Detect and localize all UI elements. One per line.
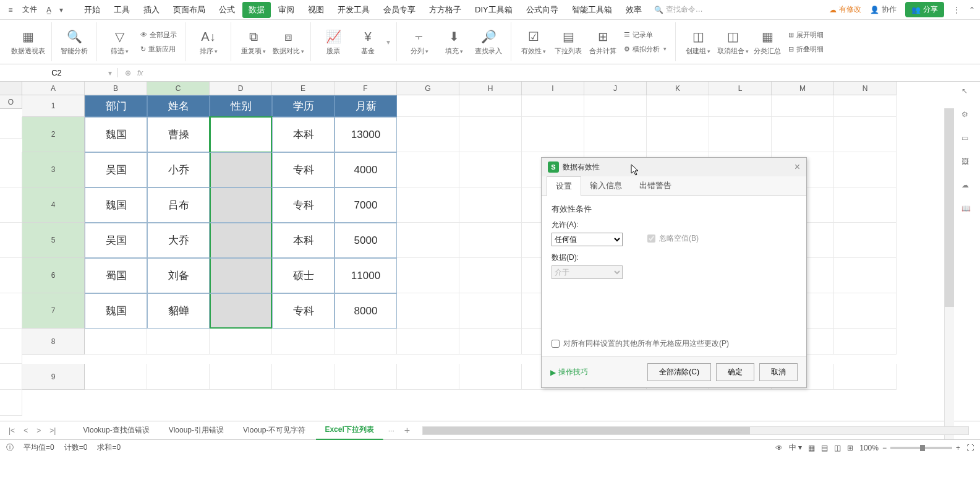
cell[interactable]: [834, 293, 897, 329]
spreadsheet[interactable]: ABCDEFGHIJKLMNO1部门姓名性别学历月薪2魏国曹操本科130003吴…: [0, 82, 980, 421]
consolidate-button[interactable]: ⊞ 合并计算: [587, 28, 619, 56]
cell[interactable]: [397, 329, 459, 355]
cell[interactable]: [85, 364, 147, 390]
dialog-tab-input-msg[interactable]: 输入信息: [581, 176, 631, 196]
cell[interactable]: 学历: [272, 95, 334, 117]
font-indicator-icon[interactable]: A̲: [43, 4, 54, 15]
more-finance-icon[interactable]: ▾: [386, 38, 390, 46]
cell[interactable]: [709, 95, 772, 117]
sheet-prev-icon[interactable]: <: [20, 424, 32, 437]
cell[interactable]: [397, 293, 459, 329]
dropdown-list-button[interactable]: ▤ 下拉列表: [552, 28, 584, 56]
collapse-detail-button[interactable]: ⊟ 折叠明细: [786, 43, 826, 55]
cell[interactable]: [334, 364, 397, 390]
clear-all-button[interactable]: 全部清除(C): [647, 363, 711, 381]
cell[interactable]: [210, 152, 272, 187]
cell[interactable]: [459, 258, 522, 293]
row-header[interactable]: 4: [22, 187, 85, 223]
cell[interactable]: 曹操: [147, 117, 210, 152]
cell[interactable]: 魏国: [85, 293, 147, 329]
pivot-table-button[interactable]: ▦ 数据透视表: [11, 28, 45, 56]
dedupe-button[interactable]: ⧉ 重复项▾: [237, 28, 270, 56]
cell[interactable]: 性别: [210, 95, 272, 117]
tips-link[interactable]: ▶ 操作技巧: [550, 367, 588, 377]
cell[interactable]: [397, 364, 459, 390]
zoom-in-icon[interactable]: +: [956, 444, 960, 452]
column-header[interactable]: N: [834, 82, 897, 95]
add-sheet-button[interactable]: +: [399, 423, 415, 439]
simulation-button[interactable]: ⚙ 模拟分析▾: [621, 43, 669, 55]
sheet-tab-vlooup-invis[interactable]: Vlooup-不可见字符: [234, 421, 315, 439]
apply-all-checkbox[interactable]: [552, 340, 560, 348]
cell[interactable]: [584, 117, 647, 152]
cell[interactable]: [459, 152, 522, 187]
cell[interactable]: [147, 364, 210, 390]
tab-start[interactable]: 开始: [78, 1, 106, 19]
dialog-titlebar[interactable]: S 数据有效性 ×: [542, 158, 806, 176]
cell[interactable]: 吴国: [85, 152, 147, 187]
cell[interactable]: [0, 117, 22, 139]
cell[interactable]: 貂蝉: [147, 293, 210, 329]
zoom-control[interactable]: 100% − +: [859, 444, 960, 452]
cell[interactable]: [397, 95, 459, 117]
cell[interactable]: 本科: [272, 117, 334, 152]
fund-button[interactable]: ¥ 基金: [352, 28, 384, 56]
cell[interactable]: 硕士: [272, 258, 334, 293]
cell[interactable]: [647, 95, 709, 117]
name-box-dropdown-icon[interactable]: ▾: [108, 69, 112, 77]
cell[interactable]: [0, 258, 22, 293]
cell[interactable]: [272, 364, 334, 390]
cell[interactable]: 大乔: [147, 223, 210, 258]
cell[interactable]: [397, 223, 459, 258]
cell-reference-input[interactable]: [5, 68, 108, 77]
sheet-last-icon[interactable]: >|: [46, 424, 59, 437]
column-header[interactable]: H: [459, 82, 522, 95]
hamburger-icon[interactable]: ≡: [5, 4, 16, 15]
cell[interactable]: [834, 364, 897, 390]
sheet-next-icon[interactable]: >: [33, 424, 45, 437]
cell[interactable]: 8000: [334, 293, 397, 329]
view-normal-icon[interactable]: ▦: [808, 444, 815, 452]
vscroll-thumb[interactable]: [945, 108, 954, 307]
allow-select[interactable]: 任何值: [552, 233, 623, 246]
cell[interactable]: 5000: [334, 223, 397, 258]
cell[interactable]: 部门: [85, 95, 147, 117]
row-header[interactable]: 2: [22, 117, 85, 152]
tab-page-layout[interactable]: 页面布局: [167, 1, 211, 19]
collaborate[interactable]: 👤 协作: [870, 4, 897, 15]
stock-button[interactable]: 📈 股票: [317, 28, 349, 56]
collapse-ribbon-icon[interactable]: ⌃: [969, 6, 975, 14]
ok-button[interactable]: 确定: [716, 363, 754, 381]
cell[interactable]: [210, 223, 272, 258]
cell[interactable]: [210, 187, 272, 223]
column-header[interactable]: G: [397, 82, 459, 95]
zoom-out-icon[interactable]: −: [882, 444, 887, 452]
layout-side-icon[interactable]: ▭: [961, 134, 974, 146]
eye-icon[interactable]: 👁: [775, 444, 783, 452]
select-all-corner[interactable]: [0, 82, 22, 95]
column-header[interactable]: I: [522, 82, 584, 95]
more-icon[interactable]: ⋮: [953, 6, 960, 14]
find-input-button[interactable]: 🔎 查找录入: [472, 28, 505, 56]
sheet-tab-vlookup-err[interactable]: Vlookup-查找值错误: [74, 421, 158, 439]
cell[interactable]: [0, 390, 22, 416]
fx-label[interactable]: fx: [137, 69, 143, 77]
cell[interactable]: 专科: [272, 187, 334, 223]
cell[interactable]: [834, 95, 897, 117]
dialog-close-button[interactable]: ×: [795, 161, 800, 173]
column-header[interactable]: C: [147, 82, 210, 95]
cell[interactable]: 姓名: [147, 95, 210, 117]
expand-detail-button[interactable]: ⊞ 展开明细: [786, 29, 826, 41]
sheet-tab-vloooup-ref[interactable]: Vlooup-引用错误: [160, 421, 233, 439]
tab-data[interactable]: 数据: [242, 2, 271, 18]
tab-view[interactable]: 视图: [302, 1, 330, 19]
name-box[interactable]: ▾: [0, 68, 117, 77]
cell[interactable]: [647, 117, 709, 152]
sheet-first-icon[interactable]: |<: [5, 424, 19, 437]
cell[interactable]: [0, 293, 22, 329]
tab-tools[interactable]: 工具: [108, 1, 136, 19]
tab-ffgz[interactable]: 方方格子: [423, 1, 467, 19]
cell[interactable]: [459, 95, 522, 117]
column-header[interactable]: J: [584, 82, 647, 95]
row-header[interactable]: 8: [22, 329, 85, 355]
